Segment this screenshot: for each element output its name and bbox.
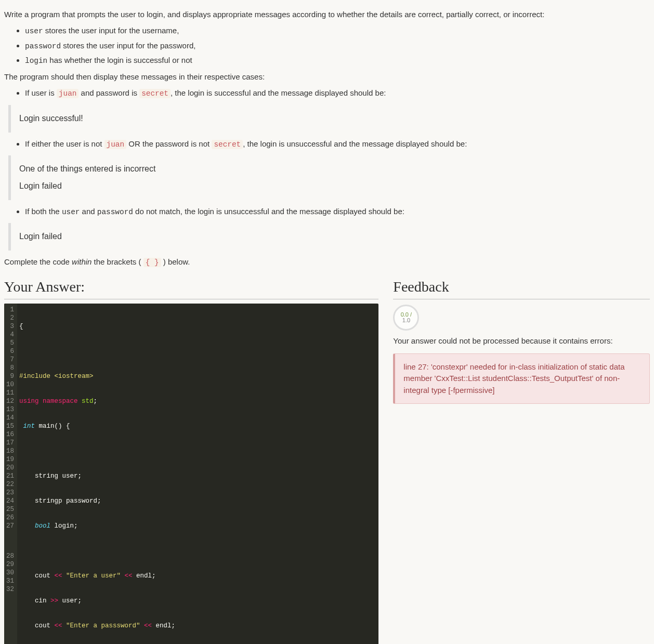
code-user: juan — [57, 89, 79, 98]
quote-text: One of the things entered is incorrect — [19, 163, 642, 176]
code-user: juan — [104, 140, 127, 149]
case2-post: , the login is unsuccessful and the mess… — [243, 139, 467, 148]
feedback-heading: Feedback — [393, 275, 650, 299]
expected-output: One of the things entered is incorrect L… — [8, 155, 650, 200]
feedback-error-text: line 27: 'constexpr' needed for in-class… — [403, 362, 624, 395]
code-editor[interactable]: 123456789 10111213141516171819 202122232… — [4, 304, 378, 644]
variable-list: user stores the user input for the usern… — [4, 24, 650, 67]
score-total: 1.0 — [402, 318, 410, 324]
var-code: login — [25, 57, 47, 65]
var-code: user — [62, 208, 80, 216]
tok: << — [144, 622, 152, 629]
code-pass: secret — [139, 89, 171, 98]
prompt-text: Write a program that prompts the user to… — [4, 8, 650, 20]
tok: login; — [50, 522, 78, 530]
tok: >> — [50, 597, 58, 604]
var-desc: stores the user input for the password, — [61, 41, 195, 50]
tok: "Enter a user" — [62, 572, 125, 580]
case3-pre: If both the — [25, 207, 62, 216]
feedback-summary: Your answer could not be processed becau… — [393, 335, 650, 347]
score-badge: 0.0 / 1.0 — [393, 305, 419, 331]
case-list: If user is juan and password is secret, … — [4, 87, 650, 99]
list-item: user stores the user input for the usern… — [25, 24, 650, 37]
tok: stringp password; — [19, 497, 101, 505]
txt: ) below. — [161, 257, 190, 266]
tok: "Enter a passsword" — [62, 622, 145, 629]
quote-text: Login failed — [19, 230, 642, 243]
case1-mid: and password is — [79, 88, 139, 97]
feedback-section: Feedback 0.0 / 1.0 Your answer could not… — [393, 275, 650, 404]
var-code: password — [97, 208, 133, 216]
case-list: If both the user and password do not mat… — [4, 205, 650, 218]
braces: { } — [143, 258, 161, 267]
tok: bool — [35, 522, 50, 530]
list-item: password stores the user input for the p… — [25, 40, 650, 52]
list-item: If user is juan and password is secret, … — [25, 87, 650, 99]
quote-text: Login failed — [19, 180, 642, 193]
tok: << — [55, 622, 62, 629]
tok: { — [19, 323, 23, 330]
complete-within: within — [72, 257, 91, 266]
txt: the brackets ( — [91, 257, 143, 266]
tok: endl; — [133, 572, 156, 580]
expected-output: Login successful! — [8, 105, 650, 133]
problem-description: Write a program that prompts the user to… — [4, 8, 650, 268]
case3-post: do not match, the login is unsuccessful … — [133, 207, 404, 216]
var-desc: stores the user input for the username, — [43, 26, 179, 35]
tok: endl; — [152, 622, 175, 629]
tok: cout — [19, 622, 55, 629]
quote-text: Login successful! — [19, 112, 642, 125]
tok: main() { — [39, 423, 70, 430]
tok: cin — [19, 597, 50, 604]
tok: std — [82, 398, 94, 405]
cases-intro: The program should then display these me… — [4, 71, 650, 83]
txt: Complete the code — [4, 257, 72, 266]
answer-section: Your Answer: 123456789 10111213141516171… — [4, 275, 378, 644]
case1-post: , the login is successful and the messag… — [171, 88, 386, 97]
case2-mid: OR the password is not — [126, 139, 212, 148]
list-item: login has whether the login is successfu… — [25, 54, 650, 67]
tok: cout — [19, 572, 55, 580]
case1-pre: If user is — [25, 88, 57, 97]
tok: user; — [58, 597, 82, 604]
tok: << — [125, 572, 133, 580]
code-content[interactable]: { #include <iostream> using namespace st… — [17, 304, 378, 644]
var-code: password — [25, 42, 61, 50]
tok: << — [55, 572, 62, 580]
var-desc: has whether the login is successful or n… — [47, 56, 192, 64]
tok: int — [19, 423, 35, 430]
case2-pre: If either the user is not — [25, 139, 104, 148]
tok: using — [19, 398, 39, 405]
complete-instruction: Complete the code within the brackets ( … — [4, 256, 650, 268]
tok: string user; — [19, 472, 82, 480]
feedback-error-box: line 27: 'constexpr' needed for in-class… — [393, 353, 650, 404]
case3-mid: and — [80, 207, 97, 216]
expected-output: Login failed — [8, 223, 650, 251]
list-item: If either the user is not juan OR the pa… — [25, 138, 650, 150]
list-item: If both the user and password do not mat… — [25, 205, 650, 218]
gutter: 123456789 10111213141516171819 202122232… — [4, 304, 17, 644]
tok: #include <iostream> — [19, 373, 94, 380]
case-list: If either the user is not juan OR the pa… — [4, 138, 650, 150]
answer-heading: Your Answer: — [4, 275, 378, 299]
tok: namespace — [43, 398, 78, 405]
var-code: user — [25, 27, 43, 35]
code-pass: secret — [212, 140, 243, 149]
